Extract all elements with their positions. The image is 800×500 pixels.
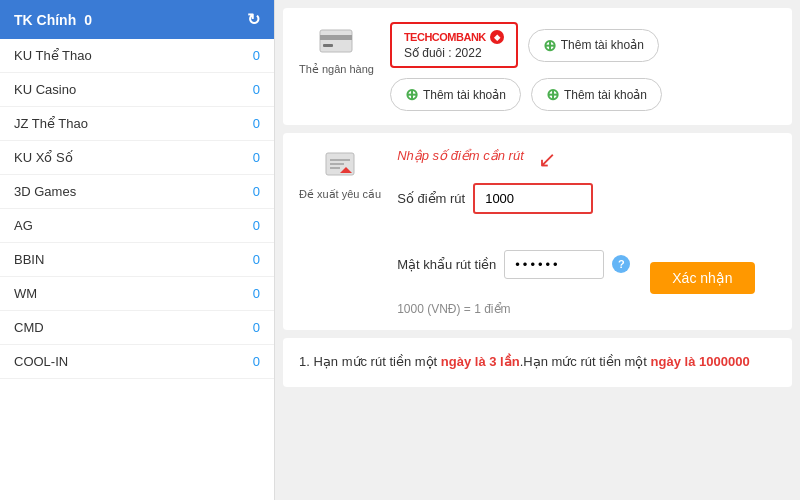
bank-accounts-area: TECHCOMBANK ◆ Số đuôi : 2022 ⊕ Thêm tài … — [390, 22, 776, 111]
add-icon-2: ⊕ — [405, 85, 418, 104]
withdrawal-icon-label: Đề xuất yêu cầu — [299, 187, 381, 201]
sidebar-label-ku-casino: KU Casino — [14, 82, 76, 97]
sidebar-label-3d-games: 3D Games — [14, 184, 76, 199]
highlight-day-2: ngày là 1000000 — [651, 354, 750, 369]
sidebar-item-ku-the-thao[interactable]: KU Thể Thao 0 — [0, 39, 274, 73]
techcombank-name: TECHCOMBANK — [404, 31, 486, 43]
sidebar-item-jz-the-thao[interactable]: JZ Thể Thao 0 — [0, 107, 274, 141]
sidebar-title: TK Chính — [14, 12, 76, 28]
withdrawal-icon-area: Đề xuất yêu cầu — [299, 147, 381, 201]
sidebar-main-value: 0 — [84, 12, 92, 28]
add-account-btn-1[interactable]: ⊕ Thêm tài khoản — [528, 29, 659, 62]
withdrawal-svg-icon — [322, 147, 358, 183]
bank-icon-label: Thẻ ngân hàng — [299, 62, 374, 76]
sidebar-item-ku-casino[interactable]: KU Casino 0 — [0, 73, 274, 107]
sidebar-title-group: TK Chính 0 — [14, 12, 92, 28]
conversion-text: 1000 (VNĐ) = 1 điểm — [397, 302, 776, 316]
info-card: 1. Hạn mức rút tiền một ngày là 3 lần.Hạ… — [283, 338, 792, 387]
point-label: Số điểm rút — [397, 191, 465, 206]
sidebar-item-cmd[interactable]: CMD 0 — [0, 311, 274, 345]
point-form-group: Số điểm rút — [397, 183, 593, 214]
sidebar-value-cmd: 0 — [253, 320, 260, 335]
sidebar-label-ag: AG — [14, 218, 33, 233]
bank-card: Thẻ ngân hàng TECHCOMBANK ◆ Số đuôi : 20… — [283, 8, 792, 125]
withdrawal-form: Nhập số điểm cần rút ↙ Số điểm rút Mật k… — [397, 147, 776, 316]
sidebar-value-wm: 0 — [253, 286, 260, 301]
sidebar-value-ag: 0 — [253, 218, 260, 233]
sidebar-value-ku-xo-so: 0 — [253, 150, 260, 165]
sidebar-header: TK Chính 0 ↻ — [0, 0, 274, 39]
refresh-icon[interactable]: ↻ — [247, 10, 260, 29]
techcombank-dot: ◆ — [490, 30, 504, 44]
sidebar-item-bbin[interactable]: BBIN 0 — [0, 243, 274, 277]
point-input[interactable] — [473, 183, 593, 214]
add-account-btn-3[interactable]: ⊕ Thêm tài khoản — [531, 78, 662, 111]
bank-icon-area: Thẻ ngân hàng — [299, 22, 374, 76]
add-icon-1: ⊕ — [543, 36, 556, 55]
sidebar-item-3d-games[interactable]: 3D Games 0 — [0, 175, 274, 209]
info-content: 1. Hạn mức rút tiền một ngày là 3 lần.Hạ… — [299, 352, 776, 373]
main-content: Thẻ ngân hàng TECHCOMBANK ◆ Số đuôi : 20… — [275, 0, 800, 500]
help-icon[interactable]: ? — [612, 255, 630, 273]
add-account-btn-2[interactable]: ⊕ Thêm tài khoản — [390, 78, 521, 111]
svg-rect-0 — [320, 30, 352, 52]
bank-suffix: Số đuôi : 2022 — [404, 46, 482, 60]
password-label: Mật khẩu rút tiền — [397, 257, 496, 272]
sidebar-label-wm: WM — [14, 286, 37, 301]
add-icon-3: ⊕ — [546, 85, 559, 104]
sidebar-label-bbin: BBIN — [14, 252, 44, 267]
sidebar-label-ku-xo-so: KU Xổ Số — [14, 150, 73, 165]
confirm-button[interactable]: Xác nhận — [650, 262, 754, 294]
sidebar-value-bbin: 0 — [253, 252, 260, 267]
sidebar-item-ku-xo-so[interactable]: KU Xổ Số 0 — [0, 141, 274, 175]
sidebar: TK Chính 0 ↻ KU Thể Thao 0 KU Casino 0 J… — [0, 0, 275, 500]
info-rule-1: 1. Hạn mức rút tiền một ngày là 3 lần.Hạ… — [299, 352, 776, 373]
sidebar-value-cool-in: 0 — [253, 354, 260, 369]
bank-svg-icon — [318, 22, 354, 58]
sidebar-item-wm[interactable]: WM 0 — [0, 277, 274, 311]
sidebar-value-jz-the-thao: 0 — [253, 116, 260, 131]
sidebar-value-3d-games: 0 — [253, 184, 260, 199]
hint-text: Nhập số điểm cần rút — [397, 148, 524, 163]
sidebar-label-cmd: CMD — [14, 320, 44, 335]
svg-rect-2 — [323, 44, 333, 47]
add-account-label-1: Thêm tài khoản — [561, 38, 644, 52]
add-account-label-3: Thêm tài khoản — [564, 88, 647, 102]
techcombank-logo: TECHCOMBANK ◆ — [404, 30, 504, 44]
svg-rect-1 — [320, 35, 352, 40]
sidebar-value-ku-casino: 0 — [253, 82, 260, 97]
sidebar-label-jz-the-thao: JZ Thể Thao — [14, 116, 88, 131]
sidebar-label-cool-in: COOL-IN — [14, 354, 68, 369]
confirm-area: Xác nhận — [650, 234, 754, 294]
add-account-label-2: Thêm tài khoản — [423, 88, 506, 102]
highlight-day-1: ngày là 3 lần — [441, 354, 520, 369]
password-form-group: Mật khẩu rút tiền ? — [397, 250, 630, 279]
sidebar-item-cool-in[interactable]: COOL-IN 0 — [0, 345, 274, 379]
sidebar-label-ku-the-thao: KU Thể Thao — [14, 48, 92, 63]
arrow-hint-icon: ↙ — [538, 147, 556, 173]
sidebar-item-ag[interactable]: AG 0 — [0, 209, 274, 243]
withdrawal-card: Đề xuất yêu cầu Nhập số điểm cần rút ↙ S… — [283, 133, 792, 330]
bank-account-chip[interactable]: TECHCOMBANK ◆ Số đuôi : 2022 — [390, 22, 518, 68]
form-row: Số điểm rút Mật khẩu rút tiền ? Xác nhận — [397, 183, 776, 294]
password-input[interactable] — [504, 250, 604, 279]
sidebar-value-ku-the-thao: 0 — [253, 48, 260, 63]
